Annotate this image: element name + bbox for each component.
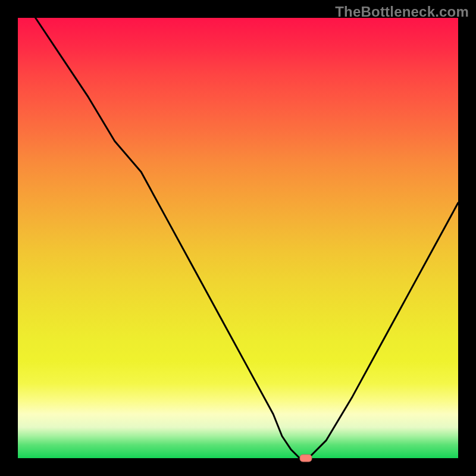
valley-marker [300, 455, 312, 462]
chart-root: TheBottleneck.com [0, 0, 476, 476]
plot-svg [18, 18, 458, 458]
bottleneck-curve [36, 18, 458, 458]
branding-watermark: TheBottleneck.com [335, 4, 469, 20]
